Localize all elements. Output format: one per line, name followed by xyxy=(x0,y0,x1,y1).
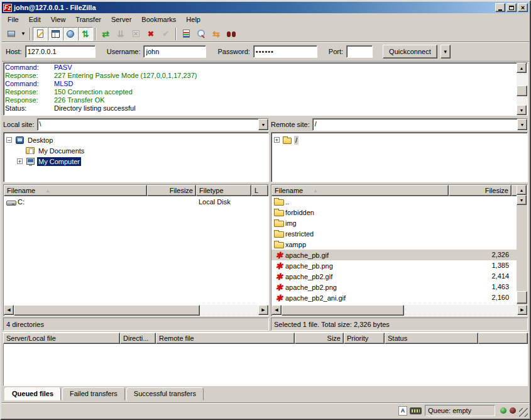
filezilla-window: Fz john@127.0.0.1 - FileZilla × File Edi… xyxy=(0,0,531,420)
scroll-left-icon[interactable]: ◀ xyxy=(4,305,14,315)
username-input[interactable] xyxy=(143,45,206,58)
find-files-button[interactable] xyxy=(224,27,239,41)
scroll-thumb[interactable] xyxy=(14,305,200,316)
scroll-left-icon[interactable]: ◀ xyxy=(271,305,282,315)
scroll-down-icon[interactable]: ▼ xyxy=(517,105,527,115)
column-header-filesize[interactable]: Filesize xyxy=(147,185,196,196)
tree-item-root[interactable]: / xyxy=(274,135,527,145)
menu-item[interactable]: View xyxy=(46,14,71,25)
queue-header-size[interactable]: Size xyxy=(295,333,344,344)
toolbar-separator xyxy=(175,28,177,40)
remote-file-row[interactable]: restricted xyxy=(271,228,517,239)
queue-header-priority[interactable]: Priority xyxy=(344,333,385,344)
column-header-filetype[interactable]: Filetype xyxy=(196,185,251,196)
queue-tab[interactable]: Queued files xyxy=(4,387,61,401)
tree-item-my-documents[interactable]: My Documents xyxy=(17,145,268,156)
scroll-up-icon[interactable]: ▲ xyxy=(517,63,527,73)
menu-item[interactable]: Bookmarks xyxy=(136,14,181,25)
scroll-thumb[interactable] xyxy=(517,291,527,304)
menu-item[interactable]: Server xyxy=(106,14,136,25)
host-input[interactable] xyxy=(25,45,96,58)
disconnect-button[interactable]: ✖ xyxy=(143,27,158,41)
combo-dropdown-icon[interactable]: ▼ xyxy=(517,119,527,130)
remote-file-row[interactable]: xampp xyxy=(271,239,517,250)
expand-icon[interactable] xyxy=(274,137,280,143)
column-header-filesize[interactable]: Filesize xyxy=(449,185,512,196)
queue-tab[interactable]: Failed transfers xyxy=(62,387,125,401)
collapse-icon[interactable] xyxy=(6,137,12,143)
site-manager-dropdown[interactable]: ▼ xyxy=(19,27,28,41)
cancel-button[interactable]: ✕ xyxy=(128,27,143,41)
toggle-log-button[interactable] xyxy=(33,27,48,41)
port-input[interactable] xyxy=(346,45,373,58)
scroll-right-icon[interactable]: ▶ xyxy=(517,305,527,315)
remote-site-combo[interactable]: / ▼ xyxy=(312,118,528,131)
queue-header-status[interactable]: Status xyxy=(385,333,478,344)
remote-site-label: Remote site: xyxy=(271,121,310,128)
log-scrollbar[interactable]: ▲ ▼ xyxy=(517,63,527,115)
process-queue-button[interactable]: ⇊ xyxy=(113,27,128,41)
ascii-datatype-icon: A xyxy=(398,406,407,416)
site-manager-button[interactable] xyxy=(4,27,19,41)
remote-tree: / xyxy=(271,132,528,182)
scroll-thumb[interactable] xyxy=(282,305,404,316)
minimize-button[interactable] xyxy=(495,3,505,12)
maximize-button[interactable] xyxy=(506,3,517,12)
remote-file-row[interactable]: apache_pb2_ani.gif 2,160 xyxy=(271,292,517,303)
remote-file-row[interactable]: apache_pb2.png 1,463 xyxy=(271,282,517,292)
local-site-label: Local site: xyxy=(3,121,35,128)
remote-file-row[interactable]: apache_pb2.gif 2,414 xyxy=(271,271,517,282)
expand-icon[interactable] xyxy=(17,158,23,164)
minimize-icon xyxy=(498,9,502,11)
queue-header-direction[interactable]: Directi... xyxy=(120,333,156,344)
window-title: john@127.0.0.1 - FileZilla xyxy=(14,4,495,11)
quickconnect-button[interactable]: Quickconnect xyxy=(383,45,437,58)
local-file-row[interactable]: C: Local Disk xyxy=(4,196,268,207)
port-label: Port: xyxy=(329,48,343,55)
local-site-combo[interactable]: \ ▼ xyxy=(37,118,269,131)
resize-grip[interactable] xyxy=(519,408,528,417)
remote-file-row[interactable]: img xyxy=(271,218,517,228)
toolbar-separator xyxy=(30,28,31,40)
menu-item[interactable]: Transfer xyxy=(70,14,106,25)
scroll-thumb[interactable] xyxy=(517,86,527,96)
toggle-queue-button[interactable]: ⇅ xyxy=(78,27,93,41)
refresh-button[interactable]: ⇄ xyxy=(98,27,113,41)
quickconnect-dropdown[interactable]: ▼ xyxy=(441,45,451,58)
remote-tree-icon xyxy=(67,30,74,38)
menu-item[interactable]: File xyxy=(3,14,24,25)
sort-ascending-icon: ▲ xyxy=(313,188,318,194)
toggle-remote-tree-button[interactable] xyxy=(63,27,78,41)
remote-file-row[interactable]: apache_pb.gif 2,326 xyxy=(271,250,517,260)
remote-file-row[interactable]: .. xyxy=(271,196,517,207)
remote-file-row[interactable]: apache_pb.png 1,385 xyxy=(271,260,517,271)
synchronized-browsing-button[interactable]: ⇆ xyxy=(209,27,224,41)
column-header-filename[interactable]: Filename▲ xyxy=(4,185,147,196)
tree-item-desktop[interactable]: Desktop xyxy=(6,135,268,145)
directory-comparison-button[interactable] xyxy=(194,27,209,41)
remote-file-row[interactable]: forbidden xyxy=(271,207,517,218)
tree-item-my-computer[interactable]: My Computer xyxy=(17,156,268,167)
queue-header-remote-file[interactable]: Remote file xyxy=(156,333,295,344)
reconnect-button[interactable]: ✔ xyxy=(158,27,173,41)
combo-dropdown-icon[interactable]: ▼ xyxy=(258,119,268,130)
local-hscrollbar[interactable]: ◀ ▶ xyxy=(4,305,268,316)
queue-header-server-local-file[interactable]: Server/Local file xyxy=(3,333,120,344)
menu-item[interactable]: Edit xyxy=(24,14,46,25)
scroll-up-icon[interactable]: ▲ xyxy=(517,185,527,195)
scroll-right-icon[interactable]: ▶ xyxy=(258,305,268,315)
filter-button[interactable] xyxy=(178,27,194,41)
remote-hscrollbar[interactable]: ◀ ▶ xyxy=(271,305,527,316)
password-input[interactable] xyxy=(253,45,317,58)
close-button[interactable]: × xyxy=(518,3,528,12)
log-line: Status: Directory listing successful xyxy=(5,104,517,113)
remote-vscrollbar[interactable]: ▲ ▼ xyxy=(517,185,527,305)
queue-tab[interactable]: Successful transfers xyxy=(126,387,204,401)
scroll-down-icon[interactable]: ▼ xyxy=(517,195,527,205)
file-icon xyxy=(274,221,284,227)
toggle-local-tree-button[interactable] xyxy=(48,27,63,41)
column-header-filename[interactable]: Filename▲ xyxy=(271,185,449,196)
log-line: Response: 227 Entering Passive Mode (127… xyxy=(5,72,517,80)
column-header-lastmodified[interactable]: L xyxy=(251,185,268,196)
menu-item[interactable]: Help xyxy=(181,14,205,25)
